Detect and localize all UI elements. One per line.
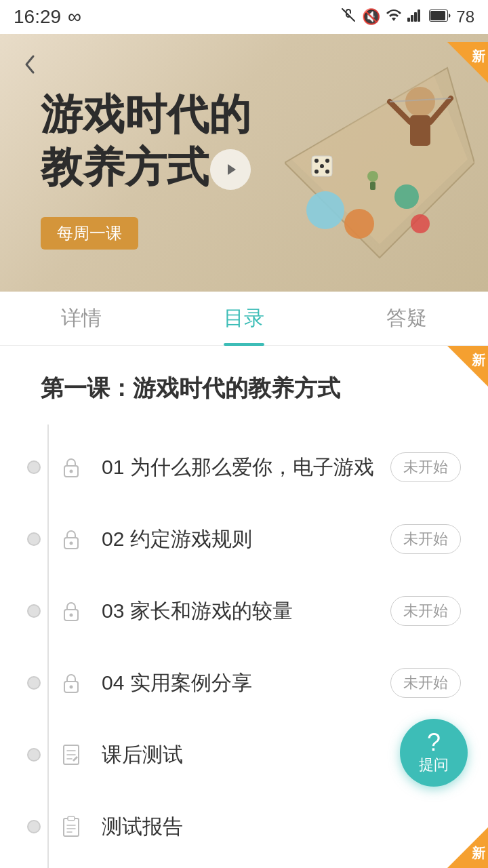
course-name: 02 约定游戏规则 <box>102 526 390 553</box>
section-new-badge: 新 <box>447 346 488 387</box>
timeline-dot <box>27 460 41 474</box>
timeline-dot <box>27 820 41 833</box>
hero-new-badge: 新 <box>447 42 488 83</box>
clipboard-icon <box>54 810 88 844</box>
course-list: 01 为什么那么爱你，电子游戏 未开始 02 约定游戏规则 未开始 <box>0 425 488 868</box>
list-item[interactable]: 04 实用案例分享 未开始 <box>0 647 488 719</box>
svg-point-11 <box>394 184 419 209</box>
list-item[interactable]: 01 为什么那么爱你，电子游戏 未开始 <box>0 431 488 503</box>
course-name: 测试报告 <box>102 813 461 841</box>
hero-banner: 游戏时代的教养方式 每周一课 <box>0 34 488 292</box>
tab-detail-label: 详情 <box>61 304 102 332</box>
svg-point-31 <box>70 614 73 617</box>
tab-bar: 详情 目录 答疑 <box>0 292 488 346</box>
svg-point-9 <box>306 191 344 229</box>
svg-point-23 <box>320 164 324 168</box>
hero-weekly-badge: 每周一课 <box>41 217 138 250</box>
course-name: 04 实用案例分享 <box>102 669 390 697</box>
svg-point-25 <box>325 170 329 174</box>
course-name: 01 为什么那么爱你，电子游戏 <box>102 454 390 481</box>
timeline-dot <box>27 532 41 546</box>
hero-illustration <box>285 61 474 264</box>
status-icons: 🔇 78 <box>340 7 474 27</box>
lock-icon <box>54 450 88 484</box>
doc-icon <box>54 738 88 772</box>
course-status: 未开始 <box>390 596 461 626</box>
list-item[interactable]: 03 家长和游戏的较量 未开始 <box>0 575 488 647</box>
tab-catalog-label: 目录 <box>224 304 264 332</box>
svg-point-10 <box>344 209 374 239</box>
svg-point-29 <box>70 542 73 545</box>
svg-rect-14 <box>410 115 430 146</box>
section-title: 第一课：游戏时代的教养方式 <box>0 346 488 425</box>
timeline-dot <box>27 676 41 690</box>
mute-icon <box>340 7 357 27</box>
battery-percent: 78 <box>456 7 474 26</box>
list-item[interactable]: 测试报告 <box>0 791 488 863</box>
svg-marker-6 <box>228 164 236 175</box>
course-status: 未开始 <box>390 668 461 698</box>
svg-rect-5 <box>430 11 445 20</box>
list-item[interactable]: 02 约定游戏规则 未开始 <box>0 503 488 575</box>
svg-rect-1 <box>411 15 413 22</box>
content-area: 新 第一课：游戏时代的教养方式 01 为什么那么爱你，电子游戏 未开始 <box>0 346 488 868</box>
wifi-icon <box>386 8 402 26</box>
lock-icon <box>54 522 88 556</box>
course-status: 未开始 <box>390 524 461 554</box>
back-button[interactable] <box>14 47 47 81</box>
lock-icon <box>54 594 88 628</box>
svg-rect-39 <box>68 816 75 821</box>
mute-icon2: 🔇 <box>362 8 380 26</box>
timeline-dot <box>27 748 41 762</box>
tab-qa-label: 答疑 <box>386 304 427 332</box>
svg-rect-2 <box>414 12 417 22</box>
timeline-dot <box>27 604 41 618</box>
svg-point-21 <box>314 159 319 163</box>
ask-fab-button[interactable]: ? 提问 <box>400 719 468 787</box>
status-time: 16:29 <box>14 6 61 28</box>
svg-rect-38 <box>64 818 79 836</box>
lock-icon <box>54 666 88 700</box>
battery-icon <box>429 8 451 26</box>
svg-point-24 <box>314 170 319 174</box>
course-name: 03 家长和游戏的较量 <box>102 597 390 625</box>
tab-catalog[interactable]: 目录 <box>163 292 325 346</box>
status-infinity: ∞ <box>68 6 81 28</box>
question-icon: ? <box>427 730 441 755</box>
status-bar: 16:29 ∞ 🔇 <box>0 0 488 34</box>
svg-rect-0 <box>407 18 410 22</box>
tab-qa[interactable]: 答疑 <box>325 292 488 346</box>
svg-point-18 <box>367 171 378 182</box>
course-status: 未开始 <box>390 452 461 482</box>
svg-point-27 <box>70 470 73 473</box>
svg-point-22 <box>325 159 329 163</box>
svg-point-13 <box>405 87 435 117</box>
svg-rect-19 <box>370 182 375 190</box>
bottom-new-badge: 新 <box>447 827 488 868</box>
svg-point-12 <box>411 214 430 233</box>
signal-icon <box>407 8 424 26</box>
svg-point-33 <box>70 686 73 689</box>
status-time-area: 16:29 ∞ <box>14 6 81 28</box>
play-button[interactable] <box>210 149 251 190</box>
fab-label: 提问 <box>419 755 449 775</box>
svg-rect-3 <box>418 9 420 22</box>
tab-detail[interactable]: 详情 <box>0 292 163 346</box>
